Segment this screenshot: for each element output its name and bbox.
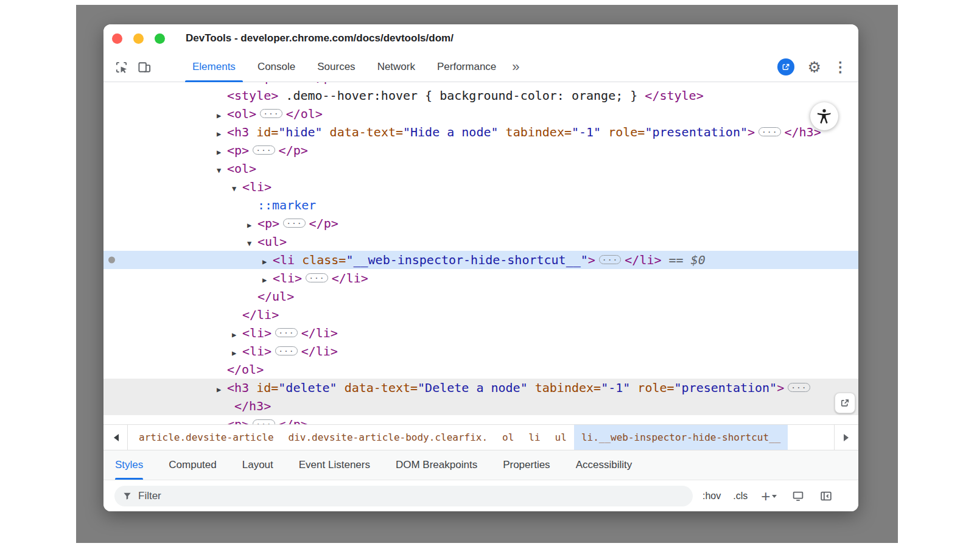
breadcrumb-bar: article.devsite-articlediv.devsite-artic… <box>103 424 858 450</box>
inspect-corner-button[interactable] <box>835 393 855 413</box>
more-panels-button[interactable]: » <box>512 59 519 75</box>
styles-toolbar: Filter :hov .cls + <box>103 480 858 511</box>
dom-tree-row[interactable]: </li> <box>103 306 858 324</box>
dom-tree-row[interactable]: <style> .demo--hover:hover { background-… <box>103 86 858 105</box>
inspect-element-icon[interactable] <box>113 59 129 75</box>
toggle-element-state-button[interactable]: :hov <box>702 491 721 502</box>
inline-expand-button[interactable]: ··· <box>253 419 275 424</box>
tab-network[interactable]: Network <box>366 52 426 82</box>
breadcrumb-item[interactable]: li <box>521 425 547 450</box>
dom-tree-rows: ▶<p>···</p><style> .demo--hover:hover { … <box>103 82 858 424</box>
collapse-arrow-icon[interactable]: ▼ <box>247 234 258 253</box>
sidebar-tab-dom-breakpoints[interactable]: DOM Breakpoints <box>396 450 477 480</box>
breadcrumb-item[interactable]: div.devsite-article-body.clearfix. <box>281 425 496 450</box>
code-token-val: "__web-inspector-hide-shortcut__" <box>346 253 587 267</box>
breadcrumb-item[interactable]: ol <box>495 425 521 450</box>
dom-row-selected[interactable]: ▶<li class="__web-inspector-hide-shortcu… <box>103 251 858 269</box>
inline-expand-button[interactable]: ··· <box>260 109 282 118</box>
code-token-attr: data-text= <box>337 380 418 395</box>
code-token-tag: <li> <box>242 326 272 340</box>
chevron-right-icon <box>844 434 852 441</box>
breadcrumb-scroll-right-button[interactable] <box>834 425 858 450</box>
rendering-emulation-button[interactable] <box>791 489 805 503</box>
code-token-tag: </h3> <box>234 399 271 413</box>
expand-arrow-icon[interactable]: ▶ <box>217 380 227 399</box>
code-token-tag: > <box>777 380 784 395</box>
code-token-val: "presentation" <box>674 380 777 395</box>
minimize-window-button[interactable] <box>133 33 144 44</box>
code-token-attr: role= <box>630 380 674 395</box>
expand-arrow-icon[interactable]: ▶ <box>232 326 242 344</box>
code-token-tag: </li> <box>301 344 338 359</box>
collapse-arrow-icon[interactable]: ▼ <box>232 180 242 198</box>
zoom-window-button[interactable] <box>155 33 165 44</box>
inline-expand-button[interactable]: ··· <box>759 127 780 136</box>
toggle-sidebar-button[interactable] <box>819 489 833 503</box>
expand-arrow-icon[interactable]: ▶ <box>217 107 227 125</box>
code-token-tag: </style> <box>645 88 703 103</box>
dom-tree-row[interactable]: ▶<p>···</p> <box>103 82 858 86</box>
code-token-val: "-1" <box>572 125 601 139</box>
expand-arrow-icon[interactable]: ▶ <box>217 143 227 161</box>
feedback-badge-icon[interactable] <box>777 58 794 75</box>
sidebar-tab-accessibility[interactable]: Accessibility <box>576 450 632 480</box>
dom-tree-row[interactable]: ▼<li> <box>103 178 858 196</box>
dom-tree-row[interactable]: ▶<p>···</p> <box>103 214 858 233</box>
inline-expand-button[interactable]: ··· <box>599 255 621 264</box>
code-token-val: "presentation" <box>645 125 748 139</box>
dom-tree-row[interactable]: ▶<li>···</li> <box>103 269 858 287</box>
settings-gear-icon[interactable]: ⚙ <box>808 60 821 75</box>
dom-tree-row[interactable]: ::marker <box>103 196 858 214</box>
sidebar-tab-properties[interactable]: Properties <box>503 450 550 480</box>
dom-tree-row[interactable]: ▼<ol> <box>103 159 858 178</box>
code-token-tag: </ol> <box>286 107 323 121</box>
dom-tree-row[interactable]: ▶<p>···</p> <box>103 141 858 159</box>
sidebar-tab-computed[interactable]: Computed <box>169 450 216 480</box>
tab-sources[interactable]: Sources <box>306 52 366 82</box>
tab-performance[interactable]: Performance <box>426 52 507 82</box>
dom-tree-row[interactable]: ▶<li>···</li> <box>103 324 858 342</box>
expand-arrow-icon[interactable]: ▶ <box>247 216 258 234</box>
tab-elements[interactable]: Elements <box>181 52 247 82</box>
dom-tree-row[interactable]: ▶<p>···</p> <box>103 415 858 424</box>
kebab-menu-icon[interactable]: ⋮ <box>833 60 847 74</box>
tab-console[interactable]: Console <box>247 52 306 82</box>
dom-tree-row[interactable]: ▶<h3 id="delete" data-text="Delete a nod… <box>103 379 858 397</box>
expand-arrow-icon[interactable]: ▶ <box>262 271 273 289</box>
breadcrumb-scroll-left-button[interactable] <box>103 425 128 450</box>
dom-tree-row[interactable]: </ol> <box>103 360 858 379</box>
device-toolbar-icon[interactable] <box>136 59 152 75</box>
dom-tree-row[interactable]: ▶<ol>···</ol> <box>103 105 858 123</box>
close-window-button[interactable] <box>112 33 122 44</box>
inline-expand-button[interactable]: ··· <box>253 145 275 155</box>
code-token-tag: <li> <box>242 344 272 359</box>
expand-arrow-icon[interactable]: ▶ <box>232 344 242 362</box>
breadcrumb-item[interactable]: ul <box>548 425 574 450</box>
accessibility-overlay-button[interactable] <box>810 102 838 130</box>
expand-arrow-icon[interactable]: ▶ <box>217 417 227 424</box>
inline-expand-button[interactable]: ··· <box>275 346 297 355</box>
expand-arrow-icon[interactable]: ▶ <box>262 253 273 271</box>
inline-expand-button[interactable]: ··· <box>306 273 328 282</box>
code-token-tag: </li> <box>301 326 338 340</box>
toggle-classes-button[interactable]: .cls <box>733 491 748 502</box>
inline-expand-button[interactable]: ··· <box>788 383 810 392</box>
code-token-attr: tabindex= <box>499 125 572 139</box>
toolbar-right-icons: ⚙ ⋮ <box>777 52 858 82</box>
breadcrumb-item[interactable]: article.devsite-article <box>131 425 281 450</box>
inline-expand-button[interactable]: ··· <box>275 328 297 337</box>
sidebar-tab-event-listeners[interactable]: Event Listeners <box>299 450 370 480</box>
sidebar-tab-styles[interactable]: Styles <box>115 450 143 480</box>
collapse-arrow-icon[interactable]: ▼ <box>217 161 227 180</box>
sidebar-tab-layout[interactable]: Layout <box>242 450 273 480</box>
dom-tree-row[interactable]: ▶<li>···</li> <box>103 342 858 360</box>
inline-expand-button[interactable]: ··· <box>283 219 305 228</box>
dom-tree-row[interactable]: ▶<h3 id="hide" data-text="Hide a node" t… <box>103 123 858 141</box>
dom-tree-row[interactable]: </ul> <box>103 287 858 306</box>
expand-arrow-icon[interactable]: ▶ <box>217 125 227 143</box>
dom-tree-row[interactable]: ▼<ul> <box>103 233 858 251</box>
breadcrumb-item[interactable]: li.__web-inspector-hide-shortcut__ <box>574 425 788 450</box>
dom-tree-row[interactable]: </h3> <box>103 397 858 415</box>
new-style-rule-button[interactable]: + <box>761 488 777 504</box>
filter-input[interactable]: Filter <box>114 486 693 506</box>
